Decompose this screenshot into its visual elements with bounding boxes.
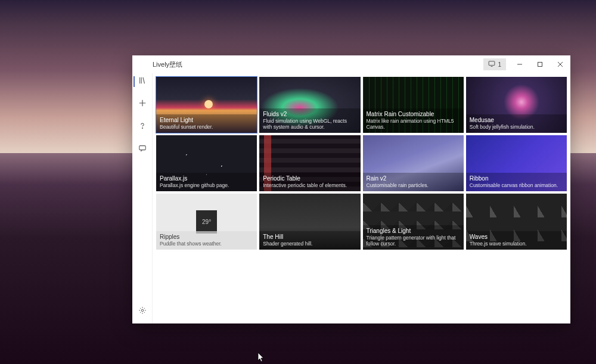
wallpaper-card-medusae[interactable]: MedusaeSoft body jellyfish simulation. [466, 77, 567, 133]
wallpaper-card-periodic-table[interactable]: Periodic TableInteractive periodic table… [259, 135, 360, 191]
sidebar-item-library[interactable] [132, 74, 153, 89]
sidebar-item-settings[interactable] [132, 304, 153, 319]
wallpaper-description: Matrix like rain animation using HTML5 C… [367, 118, 460, 130]
wallpaper-title: Rain v2 [367, 175, 460, 182]
app-title: Lively壁纸 [153, 60, 182, 69]
wallpaper-description: Customisable rain particles. [367, 182, 460, 188]
wallpaper-card-footer: RipplesPuddle that shows weather. [156, 231, 257, 250]
wallpaper-card-parallax-js[interactable]: Parallax.jsParallax.js engine github pag… [156, 135, 257, 191]
wallpaper-description: Shader generated hill. [263, 241, 356, 247]
svg-point-4 [141, 309, 144, 312]
svg-rect-1 [538, 63, 542, 67]
app-window: Lively壁纸 1 [132, 55, 570, 323]
wallpaper-card-waves[interactable]: WavesThree.js wave simulation. [466, 194, 567, 250]
wallpaper-title: Ribbon [470, 175, 563, 182]
monitor-selector[interactable]: 1 [483, 58, 506, 70]
content-area: Eternal LightBeautiful sunset render.Flu… [132, 73, 570, 323]
wallpaper-description: Triangle pattern generator with light th… [367, 235, 460, 247]
sidebar-item-help[interactable] [132, 120, 153, 134]
wallpaper-card-triangles-light[interactable]: Triangles & LightTriangle pattern genera… [363, 194, 464, 250]
wallpaper-description: Parallax.js engine github page. [160, 182, 253, 188]
wallpaper-card-footer: Fluids v2Fluid simulation using WebGL, r… [259, 108, 360, 133]
wallpaper-card-matrix-rain[interactable]: Matrix Rain CustomizableMatrix like rain… [363, 77, 464, 133]
wallpaper-card-rain-v2[interactable]: Rain v2Customisable rain particles. [363, 135, 464, 191]
wallpaper-card-footer: Eternal LightBeautiful sunset render. [156, 114, 257, 133]
wallpaper-title: The Hill [263, 234, 356, 241]
wallpaper-title: Waves [470, 234, 563, 241]
wallpaper-grid: Eternal LightBeautiful sunset render.Flu… [153, 73, 570, 323]
wallpaper-card-footer: Periodic TableInteractive periodic table… [259, 173, 360, 191]
wallpaper-title: Eternal Light [160, 117, 253, 124]
wallpaper-title: Periodic Table [263, 175, 356, 182]
wallpaper-card-footer: The HillShader generated hill. [259, 231, 360, 250]
sidebar [132, 73, 153, 323]
close-button[interactable] [550, 55, 570, 73]
wallpaper-card-ribbon[interactable]: RibbonCustomisable canvas ribbon animati… [466, 135, 567, 191]
help-icon [138, 122, 147, 132]
wallpaper-description: Puddle that shows weather. [160, 241, 253, 247]
wallpaper-card-footer: WavesThree.js wave simulation. [466, 231, 567, 250]
wallpaper-card-footer: Parallax.jsParallax.js engine github pag… [156, 173, 257, 191]
wallpaper-card-footer: Triangles & LightTriangle pattern genera… [363, 225, 464, 250]
gear-icon [138, 306, 147, 317]
wallpaper-title: Triangles & Light [367, 228, 460, 235]
plus-icon [138, 99, 147, 110]
wallpaper-card-ripples[interactable]: RipplesPuddle that shows weather. [156, 194, 257, 250]
wallpaper-card-the-hill[interactable]: The HillShader generated hill. [259, 194, 360, 250]
wallpaper-title: Medusae [470, 117, 563, 124]
feedback-icon [138, 144, 147, 155]
sidebar-item-add[interactable] [132, 97, 153, 111]
wallpaper-card-footer: RibbonCustomisable canvas ribbon animati… [466, 173, 567, 191]
svg-rect-3 [139, 146, 145, 150]
monitor-badge-count: 1 [498, 61, 501, 68]
library-icon [138, 76, 147, 87]
wallpaper-title: Fluids v2 [263, 111, 356, 118]
wallpaper-description: Soft body jellyfish simulation. [470, 124, 563, 130]
wallpaper-description: Fluid simulation using WebGL, reacts wit… [263, 118, 356, 130]
titlebar[interactable]: Lively壁纸 1 [132, 55, 570, 73]
minimize-button[interactable] [510, 55, 530, 73]
wallpaper-card-eternal-light[interactable]: Eternal LightBeautiful sunset render. [156, 77, 257, 133]
wallpaper-description: Interactive periodic table of elements. [263, 182, 356, 188]
wallpaper-title: Parallax.js [160, 175, 253, 182]
sidebar-item-feedback[interactable] [132, 142, 153, 157]
wallpaper-title: Matrix Rain Customizable [367, 111, 460, 118]
monitor-icon [488, 60, 495, 69]
svg-rect-0 [489, 61, 495, 66]
svg-point-2 [142, 127, 142, 128]
maximize-button[interactable] [530, 55, 550, 73]
titlebar-controls: 1 [483, 55, 570, 73]
wallpaper-description: Beautiful sunset render. [160, 124, 253, 130]
wallpaper-card-footer: MedusaeSoft body jellyfish simulation. [466, 114, 567, 133]
wallpaper-card-footer: Matrix Rain CustomizableMatrix like rain… [363, 108, 464, 133]
wallpaper-title: Ripples [160, 234, 253, 241]
wallpaper-description: Three.js wave simulation. [470, 241, 563, 247]
wallpaper-description: Customisable canvas ribbon animation. [470, 182, 563, 188]
cursor-icon [257, 352, 265, 363]
wallpaper-card-footer: Rain v2Customisable rain particles. [363, 173, 464, 191]
wallpaper-card-fluids-v2[interactable]: Fluids v2Fluid simulation using WebGL, r… [259, 77, 360, 133]
